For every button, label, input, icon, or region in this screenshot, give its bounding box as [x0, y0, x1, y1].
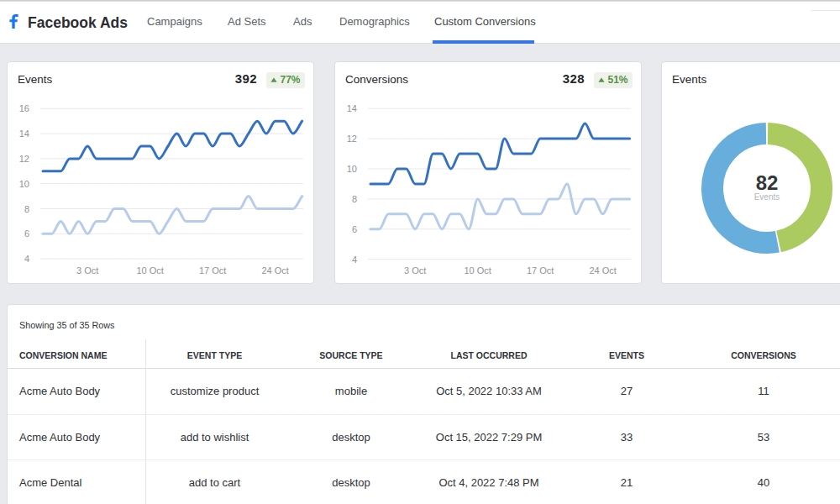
svg-text:10: 10	[347, 164, 357, 174]
svg-text:4: 4	[352, 255, 357, 265]
svg-text:4: 4	[24, 254, 29, 264]
svg-text:17 Oct: 17 Oct	[527, 265, 554, 276]
svg-text:10 Oct: 10 Oct	[464, 265, 491, 276]
svg-text:10 Oct: 10 Oct	[136, 265, 163, 276]
svg-text:8: 8	[352, 194, 357, 204]
svg-text:12: 12	[19, 154, 29, 164]
svg-text:6: 6	[352, 224, 357, 234]
svg-text:14: 14	[347, 103, 357, 113]
svg-text:3 Oct: 3 Oct	[404, 265, 426, 276]
svg-text:10: 10	[19, 179, 29, 189]
svg-text:24 Oct: 24 Oct	[589, 265, 616, 276]
svg-text:8: 8	[24, 204, 29, 214]
svg-text:3 Oct: 3 Oct	[76, 265, 98, 276]
svg-text:6: 6	[24, 228, 29, 239]
svg-text:24 Oct: 24 Oct	[261, 265, 288, 276]
svg-text:17 Oct: 17 Oct	[199, 265, 226, 276]
svg-text:16: 16	[19, 103, 29, 113]
svg-text:14: 14	[19, 129, 29, 139]
svg-text:12: 12	[347, 134, 357, 144]
